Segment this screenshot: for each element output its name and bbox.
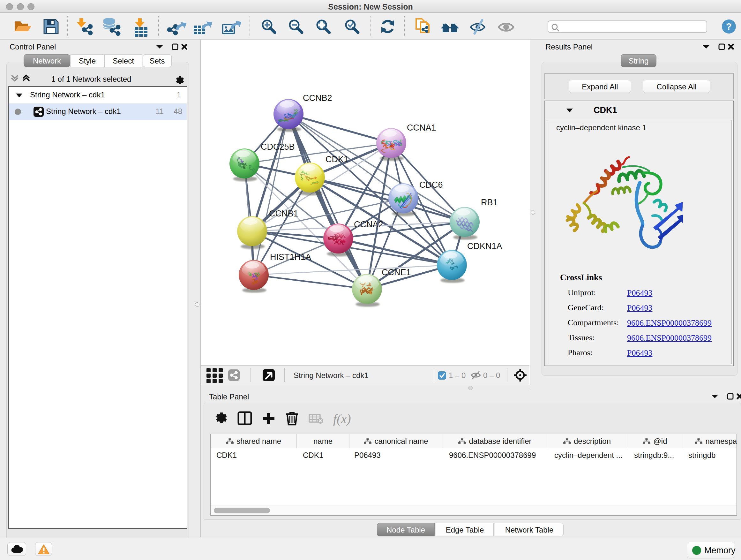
svg-text:CDC6: CDC6 [419, 180, 443, 190]
svg-text:CDK1: CDK1 [326, 154, 348, 164]
svg-text:f(x): f(x) [333, 412, 351, 426]
svg-text:?: ? [726, 21, 732, 32]
svg-text:RB1: RB1 [481, 198, 498, 207]
svg-text:CCNE1: CCNE1 [382, 267, 411, 277]
svg-text:CCNB1: CCNB1 [269, 209, 298, 219]
svg-text:String Network – cdk1: String Network – cdk1 [293, 371, 368, 380]
svg-text:CDC25B: CDC25B [261, 142, 295, 152]
svg-text:CCNA2: CCNA2 [354, 220, 383, 229]
svg-text:HIST1H1A: HIST1H1A [270, 252, 311, 262]
svg-text:CCNA1: CCNA1 [407, 123, 436, 132]
svg-text:0 – 0: 0 – 0 [483, 371, 500, 380]
svg-text:CCNB2: CCNB2 [303, 93, 332, 103]
svg-text:CDKN1A: CDKN1A [467, 241, 502, 251]
svg-text:1 – 0: 1 – 0 [449, 371, 466, 380]
